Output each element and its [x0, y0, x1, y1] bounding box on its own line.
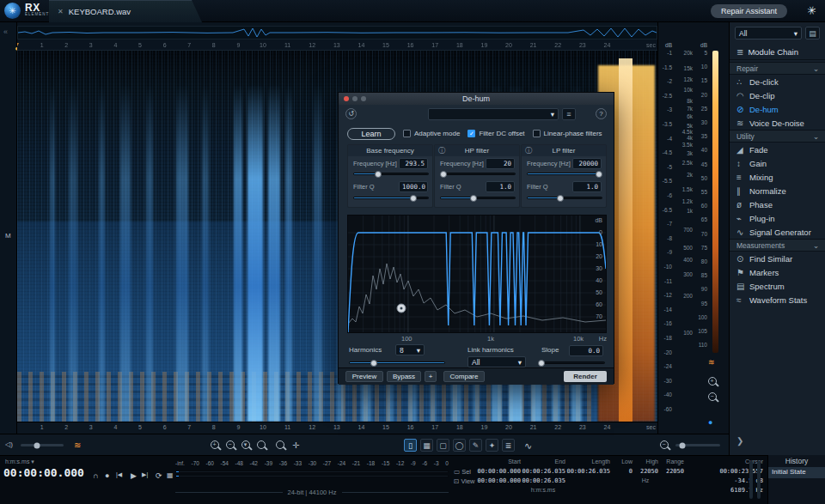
base-filter-q-slider[interactable] — [353, 197, 429, 199]
zoom-out-icon[interactable]: − — [226, 440, 236, 451]
help-icon[interactable]: ? — [596, 108, 607, 119]
base-frequency-value[interactable]: 293.5 — [399, 158, 428, 169]
adaptive-mode-checkbox[interactable]: Adaptive mode — [403, 130, 460, 137]
module-item-gain[interactable]: ↕Gain — [730, 156, 825, 170]
zoom-in-icon[interactable]: + — [211, 440, 221, 451]
module-item-markers[interactable]: ⚑Markers — [730, 265, 825, 279]
lp-frequency-slider[interactable] — [527, 173, 602, 175]
frequency-scale[interactable]: 20k15k12k10k8k7k6k5k4.5k4k3.5k3k2.5k2k1.… — [674, 51, 694, 422]
repair-assistant-button[interactable]: Repair Assistant — [711, 4, 787, 18]
vertical-scrollbar[interactable] — [749, 461, 753, 499]
module-item-phase[interactable]: øPhase — [730, 197, 825, 211]
preset-menu-icon[interactable]: ≡ — [562, 108, 576, 120]
lp-frequency-value[interactable]: 20000 — [572, 158, 602, 169]
section-header-repair[interactable]: Repair⌄ — [730, 62, 825, 75]
file-tab[interactable]: ✕ KEYBOARD.wav — [49, 0, 202, 22]
section-header-utility[interactable]: Utility⌄ — [730, 130, 825, 143]
scroll-handle-icon[interactable]: ● — [708, 418, 712, 427]
filter-response-graph[interactable]: dB010203040506070 — [347, 215, 607, 333]
hzoom-slider[interactable] — [675, 444, 720, 446]
module-item-mixing[interactable]: ≡Mixing — [730, 170, 825, 184]
zoom-reset-icon[interactable] — [257, 440, 267, 451]
hp-frequency-slider[interactable] — [440, 173, 516, 175]
module-item-de-click[interactable]: ∴De-click — [730, 75, 825, 88]
module-item-spectrum[interactable]: ▤Spectrum — [730, 279, 825, 293]
add-button[interactable]: + — [425, 371, 437, 382]
sel-length[interactable]: 00:00:26.035 — [565, 468, 610, 477]
module-item-normalize[interactable]: ∥Normalize — [730, 184, 825, 197]
lp-filter-q-slider[interactable] — [527, 197, 602, 199]
low-value[interactable]: 0 — [612, 468, 632, 477]
base-filter-q-value[interactable]: 1000.0 — [399, 181, 428, 192]
wave-edit-icon[interactable]: ∿ — [524, 440, 532, 452]
meter-grid-icon[interactable]: ▦ — [167, 471, 174, 479]
hp-filter-q-slider[interactable] — [440, 197, 516, 199]
module-item-plug-in[interactable]: ⌁Plug-in — [730, 211, 825, 225]
zoom-selection-icon[interactable]: ▾ — [241, 440, 252, 451]
hzoom-out-icon[interactable]: − — [660, 440, 670, 451]
base-frequency-slider[interactable] — [353, 173, 429, 175]
vertical-scrollbar[interactable] — [757, 461, 761, 499]
hp-filter-q-value[interactable]: 1.0 — [486, 181, 515, 192]
module-chain-item[interactable]: ≣ Module Chain — [730, 45, 825, 60]
module-item-fade[interactable]: ◢Fade — [730, 143, 825, 156]
magic-wand-tool[interactable]: ✦ — [486, 439, 498, 452]
hand-tool-icon[interactable]: ✛ — [292, 440, 299, 450]
waveform-overview[interactable] — [17, 26, 657, 39]
zoom-in-vertical-icon[interactable]: + — [708, 377, 718, 387]
spectrogram-waveform-balance-icon[interactable]: ≋ — [74, 440, 81, 450]
module-item-signal-generator[interactable]: ∿Signal Generator — [730, 225, 825, 239]
module-item-voice-de-noise[interactable]: ≋Voice De-noise — [730, 116, 825, 130]
learn-button[interactable]: Learn — [347, 128, 395, 140]
zoom-out-vertical-icon[interactable]: − — [708, 392, 718, 403]
time-selection-tool[interactable]: ▯ — [404, 439, 417, 452]
adjust-selection-tool[interactable]: ≣ — [502, 439, 515, 452]
skip-forward-button[interactable]: ▶| — [142, 471, 148, 478]
sel-start[interactable]: 00:00:00.000 — [476, 468, 521, 477]
time-format-dropdown[interactable]: h:m:s.ms ▾ — [5, 458, 34, 465]
slope-slider[interactable] — [538, 361, 605, 364]
close-window-icon[interactable] — [344, 96, 349, 101]
record-button[interactable]: ● — [105, 471, 109, 480]
harmonics-slider[interactable] — [349, 361, 445, 364]
zoom-window-icon[interactable] — [361, 96, 366, 101]
preset-dropdown[interactable]: ▾ — [428, 108, 559, 120]
bypass-button[interactable]: Bypass — [387, 371, 421, 382]
reset-icon[interactable]: ↺ — [345, 108, 357, 119]
preview-button[interactable]: Preview — [345, 371, 383, 382]
history-item[interactable]: Initial State — [768, 467, 825, 478]
rectangle-selection-tool[interactable]: ▢ — [437, 439, 449, 452]
time-ruler-top[interactable]: ▾123456789101112131415161718192021222324… — [17, 40, 657, 51]
filter-dc-offset-checkbox[interactable]: ✓Filter DC offset — [468, 130, 524, 137]
time-frequency-selection-tool[interactable]: ▦ — [420, 439, 433, 452]
skip-back-button[interactable]: |◀ — [116, 471, 122, 478]
slope-value[interactable]: 0.0 — [569, 345, 603, 356]
legend-color-bar[interactable] — [712, 51, 718, 353]
panel-expand-icon[interactable]: ❯ — [736, 436, 743, 446]
base-frequency-header[interactable]: Base frequency — [348, 145, 432, 156]
module-item-de-hum[interactable]: ⊘De-hum — [730, 102, 825, 116]
range-value[interactable]: 22050 — [658, 468, 684, 477]
compare-button[interactable]: Compare — [443, 371, 485, 382]
module-item-waveform-stats[interactable]: ≈Waveform Stats — [730, 293, 825, 307]
module-item-find-similar[interactable]: ⊙Find Similar — [730, 252, 825, 265]
minimize-window-icon[interactable] — [352, 96, 358, 101]
view-start[interactable]: 00:00:00.000 — [476, 477, 521, 487]
view-end[interactable]: 00:00:26.035 — [521, 477, 565, 487]
headphones-icon[interactable]: ∩ — [93, 471, 98, 480]
lasso-selection-tool[interactable]: ◯ — [453, 439, 466, 452]
tab-close-icon[interactable]: ✕ — [58, 8, 64, 15]
play-button[interactable]: ▶ — [131, 471, 137, 480]
sel-end[interactable]: 00:00:26.035 — [521, 468, 565, 477]
volume-slider[interactable] — [21, 444, 64, 446]
lp-filter-header[interactable]: ⓘLP filter — [522, 145, 606, 156]
harmonics-dropdown[interactable]: 8▾ — [395, 344, 425, 355]
section-header-measurements[interactable]: Measurements⌄ — [730, 239, 825, 252]
collapse-icon[interactable]: « — [3, 27, 8, 36]
brush-selection-tool[interactable]: ✎ — [469, 439, 482, 452]
module-list-button[interactable]: ▤ — [805, 27, 820, 39]
loop-button[interactable]: ⟳ — [156, 471, 162, 480]
render-button[interactable]: Render — [564, 371, 607, 382]
linear-phase-filters-checkbox[interactable]: Linear-phase filters — [533, 130, 602, 137]
high-value[interactable]: 22050 — [632, 468, 658, 477]
